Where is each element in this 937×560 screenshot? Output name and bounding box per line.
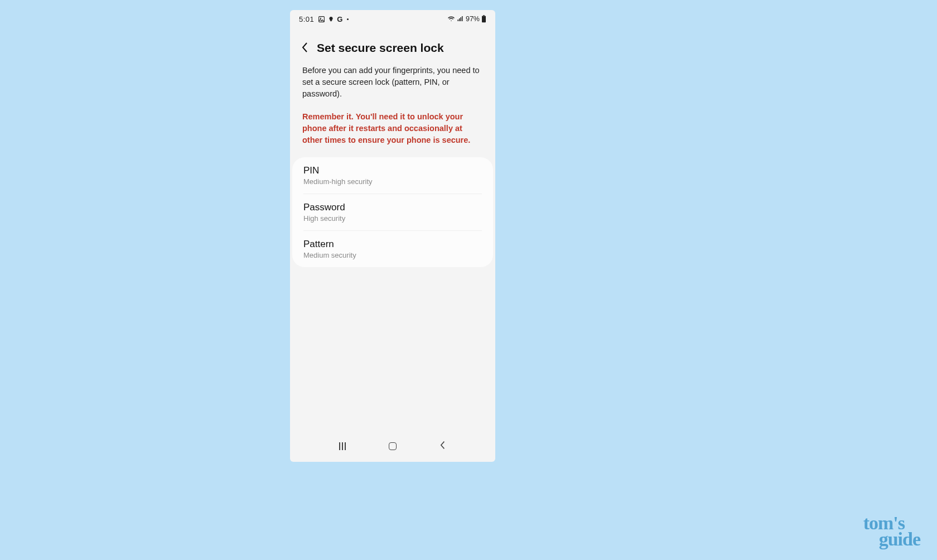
bulb-icon [328, 16, 334, 23]
option-subtitle: Medium security [303, 251, 482, 259]
watermark: tom's guide [863, 515, 920, 548]
option-subtitle: Medium-high security [303, 177, 482, 186]
battery-pct: 97% [466, 15, 480, 23]
option-pattern[interactable]: Pattern Medium security [303, 230, 482, 267]
phone-frame: 5:01 G 97% Set secure screen lock Before… [290, 10, 495, 462]
option-title: Password [303, 202, 482, 213]
more-dot-icon [347, 18, 349, 20]
option-title: Pattern [303, 239, 482, 250]
status-right: 97% [447, 15, 486, 23]
recents-icon [339, 442, 340, 450]
option-password[interactable]: Password High security [303, 194, 482, 230]
page-title: Set secure screen lock [317, 41, 444, 55]
page-header: Set secure screen lock [290, 25, 495, 60]
watermark-line2: guide [863, 532, 920, 548]
option-subtitle: High security [303, 214, 482, 223]
description-text: Before you can add your fingerprints, yo… [302, 65, 483, 100]
g-icon: G [337, 15, 342, 23]
chevron-left-icon [301, 42, 309, 53]
svg-rect-2 [482, 16, 486, 22]
android-nav-bar [290, 435, 495, 457]
warning-text: Remember it. You'll need it to unlock yo… [302, 111, 483, 146]
lock-options-list: PIN Medium-high security Password High s… [292, 157, 493, 267]
battery-icon [481, 15, 486, 23]
wifi-icon [447, 16, 455, 22]
back-button[interactable] [301, 42, 309, 55]
nav-recents-button[interactable] [339, 442, 346, 450]
option-pin[interactable]: PIN Medium-high security [292, 157, 493, 194]
signal-icon [457, 16, 464, 22]
picture-icon [318, 16, 325, 23]
description-block: Before you can add your fingerprints, yo… [290, 60, 495, 154]
nav-back-button[interactable] [439, 441, 446, 452]
nav-home-button[interactable] [389, 442, 397, 450]
chevron-left-icon [439, 441, 446, 450]
svg-rect-3 [483, 15, 485, 16]
status-left: 5:01 G [299, 15, 349, 23]
svg-point-1 [320, 17, 321, 18]
status-time: 5:01 [299, 15, 314, 23]
option-title: PIN [303, 165, 482, 176]
status-bar: 5:01 G 97% [290, 10, 495, 25]
